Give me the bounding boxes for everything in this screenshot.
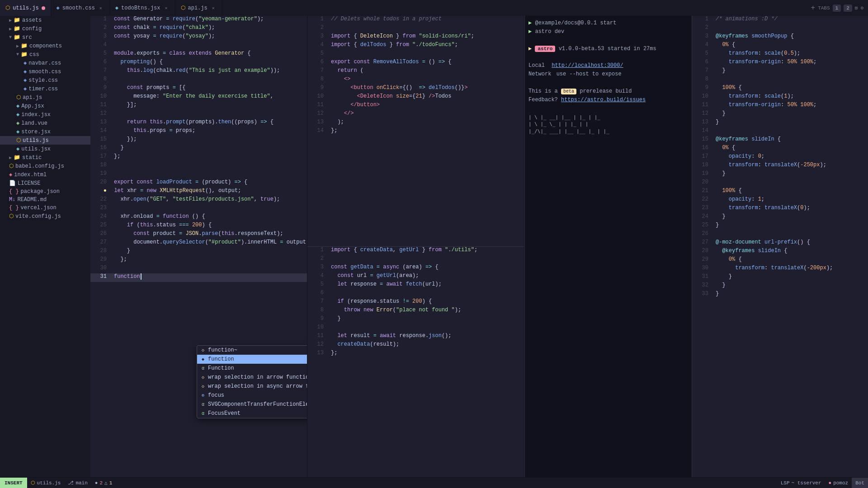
sidebar-item-static[interactable]: ▶ 📁 static bbox=[0, 153, 90, 162]
sidebar-item-label: components bbox=[29, 43, 62, 49]
autocomplete-label: wrap selection in arrow function~ bbox=[208, 374, 307, 380]
toggle-btn[interactable]: ⊞ bbox=[855, 5, 858, 11]
folder-icon: 📁 bbox=[21, 51, 28, 58]
git-icon: ⎇ bbox=[68, 480, 74, 486]
status-pomoz[interactable]: ● pomoz bbox=[825, 478, 852, 488]
autocomplete-item-function-tilde[interactable]: ◇ function~ ◇ Snippet bbox=[197, 346, 307, 355]
file-explorer: ▶ 📁 assets ▶ 📁 config ▼ 📁 src ▶ 📁 compon… bbox=[0, 16, 90, 477]
sidebar-item-vercel-json[interactable]: { } vercel.json bbox=[0, 204, 90, 212]
code-line: 22 xhr.open("GET", "testFiles/products.j… bbox=[90, 196, 307, 205]
code-line: 7 if (response.status != 200) { bbox=[307, 298, 524, 307]
terminal-line: ▶ astro dev bbox=[528, 28, 688, 36]
sidebar-item-label: utils.jsx bbox=[21, 146, 51, 152]
sidebar-item-smooth-css[interactable]: ◈ smooth.css bbox=[0, 67, 90, 76]
sidebar-item-label: style.css bbox=[28, 77, 58, 84]
sidebar-item-vite-config[interactable]: ⬡ vite.config.js bbox=[0, 212, 90, 221]
autocomplete-item-wrap-arrow[interactable]: ◇ wrap selection in arrow function~ ◇ Sn… bbox=[197, 373, 307, 382]
autocomplete-item-wrap-async[interactable]: ◇ wrap selection in async arrow function… bbox=[197, 382, 307, 391]
terminal-content[interactable]: ▶ @example/docs@0.0.1 start ▶ astro dev … bbox=[525, 16, 692, 477]
sidebar-item-label: api.js bbox=[23, 94, 42, 101]
sidebar-item-label: utils.js bbox=[23, 137, 49, 144]
code-content-smooth[interactable]: 1/* animations :D */ 2 3@keyframes smoot… bbox=[692, 16, 868, 477]
sidebar-item-components[interactable]: ▶ 📁 components bbox=[0, 42, 90, 50]
tab-close-btn[interactable]: ✕ bbox=[98, 5, 104, 11]
tab-close-btn[interactable]: ✕ bbox=[163, 5, 170, 11]
code-content-api[interactable]: 1import { createData, getUrl } from "./u… bbox=[307, 247, 524, 477]
code-line: 8 <> bbox=[307, 76, 524, 84]
md-file-icon: M↓ bbox=[9, 197, 15, 203]
sidebar-item-navbar-css[interactable]: ◈ navbar.css bbox=[0, 59, 90, 67]
autocomplete-item-focus-event[interactable]: α FocusEvent α Variable bbox=[197, 409, 307, 418]
autocomplete-item-svg-transfer[interactable]: α SVGComponentTransferFunctionElement α … bbox=[197, 400, 307, 409]
status-bot[interactable]: Bot bbox=[852, 478, 868, 488]
tab-smooth-css[interactable]: ◈ smooth.css ✕ bbox=[51, 0, 110, 16]
sidebar-item-config[interactable]: ▶ 📁 config bbox=[0, 24, 90, 33]
css-file-icon: ◈ bbox=[24, 68, 27, 75]
terminal-label: Local bbox=[528, 62, 545, 69]
status-bar: INSERT ⬡ utils.js ⎇ main ● 2 △ 1 LSP ~ t… bbox=[0, 477, 868, 488]
add-tab-btn[interactable]: + bbox=[811, 4, 816, 12]
jsx-file-icon: ◈ bbox=[16, 145, 19, 152]
status-filename[interactable]: ⬡ utils.js bbox=[27, 478, 65, 488]
tab-label: utils.js bbox=[13, 5, 39, 11]
sidebar-item-license[interactable]: 📄 LICENSE bbox=[0, 179, 90, 188]
code-line: 20 bbox=[692, 179, 868, 188]
autocomplete-item-focus[interactable]: ⊕ focus ⊕ Function bbox=[197, 391, 307, 400]
warning-count: 1 bbox=[109, 480, 113, 486]
feedback-link[interactable]: https://astro.build/issues bbox=[561, 97, 646, 103]
sidebar-item-app-jsx[interactable]: ◈ App.jsx bbox=[0, 102, 90, 110]
autocomplete-item-Function[interactable]: α Function α Variable bbox=[197, 364, 307, 373]
code-line: 21 100% { bbox=[692, 188, 868, 196]
terminal-line bbox=[528, 105, 688, 113]
error-count: 2 bbox=[99, 480, 103, 486]
settings-icon[interactable]: ⚙ bbox=[860, 5, 863, 11]
sidebar-item-style-css[interactable]: ◈ style.css bbox=[0, 76, 90, 84]
bot-label: Bot bbox=[855, 480, 864, 486]
sidebar-item-timer-css[interactable]: ◈ timer.css bbox=[0, 84, 90, 93]
code-line: 12 createData(result); bbox=[307, 341, 524, 350]
tab-controls: + TABS 1 2 ⊞ ⚙ bbox=[807, 4, 868, 12]
folder-icon: 📁 bbox=[21, 42, 28, 49]
sidebar-item-label: css bbox=[29, 52, 39, 58]
status-branch[interactable]: ⎇ main bbox=[64, 478, 91, 488]
sidebar-item-index-html[interactable]: ◈ index.html bbox=[0, 170, 90, 179]
code-line: 9 100% { bbox=[692, 84, 868, 93]
code-line: 6 prompting() { bbox=[90, 59, 307, 67]
sidebar-item-store-jsx[interactable]: ◈ store.jsx bbox=[0, 127, 90, 136]
sidebar-item-index-jsx[interactable]: ◈ index.jsx bbox=[0, 110, 90, 119]
tab-todobtns-jsx[interactable]: ◈ todoBtns.jsx ✕ bbox=[110, 0, 175, 16]
code-line: 31function bbox=[90, 273, 307, 282]
sidebar-item-utils-jsx[interactable]: ◈ utils.jsx bbox=[0, 145, 90, 153]
status-lsp[interactable]: LSP ~ tsserver bbox=[777, 478, 825, 488]
sidebar-item-src[interactable]: ▼ 📁 src bbox=[0, 33, 90, 42]
pomoz-label: pomoz bbox=[833, 480, 848, 486]
autocomplete-item-function[interactable]: ◆ function ◆ Keyword bbox=[197, 355, 307, 364]
code-line: 11 transform-origin: 50% 100%; bbox=[692, 102, 868, 110]
autocomplete-label: SVGComponentTransferFunctionElement bbox=[208, 401, 307, 408]
autocomplete-label: focus bbox=[208, 392, 307, 399]
sidebar-item-package-json[interactable]: { } package.json bbox=[0, 188, 90, 196]
sidebar-item-api-js[interactable]: ⬡ api.js bbox=[0, 93, 90, 102]
terminal-text: prerelease build bbox=[580, 88, 632, 94]
sidebar-item-css[interactable]: ▼ 📁 css bbox=[0, 50, 90, 59]
pomoz-icon: ● bbox=[829, 480, 832, 486]
sidebar-item-utils-js[interactable]: ⬡ utils.js bbox=[0, 136, 90, 145]
sidebar-item-label: vite.config.js bbox=[15, 213, 61, 220]
code-content-todobtns[interactable]: 1// Delets whole todos in a project 2 3i… bbox=[307, 16, 524, 246]
local-url[interactable]: http://localhost:3000/ bbox=[552, 62, 623, 69]
sidebar-item-land-vue[interactable]: ◈ land.vue bbox=[0, 119, 90, 127]
code-line: 23 bbox=[90, 205, 307, 213]
tab-close-btn[interactable]: ✕ bbox=[210, 5, 217, 11]
tab-utils-js[interactable]: ⬡ utils.js bbox=[0, 0, 51, 16]
code-line: 29 0% { bbox=[692, 256, 868, 265]
autocomplete-label: wrap selection in async arrow function~ bbox=[208, 383, 307, 389]
sidebar-item-readme-md[interactable]: M↓ README.md bbox=[0, 196, 90, 204]
tab-api-js[interactable]: ⬡ api.js ✕ bbox=[175, 0, 222, 16]
status-errors-warnings[interactable]: ● 2 △ 1 bbox=[91, 478, 116, 488]
code-line: 19 bbox=[90, 170, 307, 179]
sidebar-item-label: smooth.css bbox=[28, 69, 61, 75]
mode-label: INSERT bbox=[5, 480, 23, 486]
sidebar-item-assets[interactable]: ▶ 📁 assets bbox=[0, 16, 90, 24]
code-line: 25 if (this.status === 200) { bbox=[90, 222, 307, 230]
sidebar-item-babel-config[interactable]: ⬡ babel.config.js bbox=[0, 162, 90, 170]
